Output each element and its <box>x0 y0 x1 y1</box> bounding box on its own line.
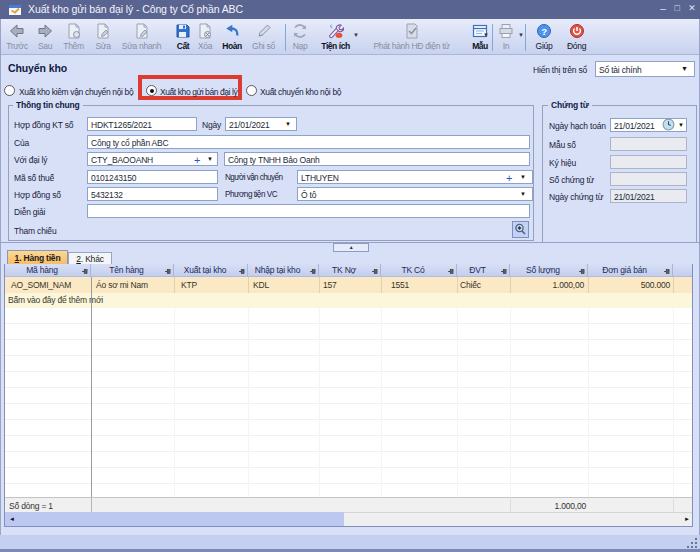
svg-text:?: ? <box>541 26 547 37</box>
